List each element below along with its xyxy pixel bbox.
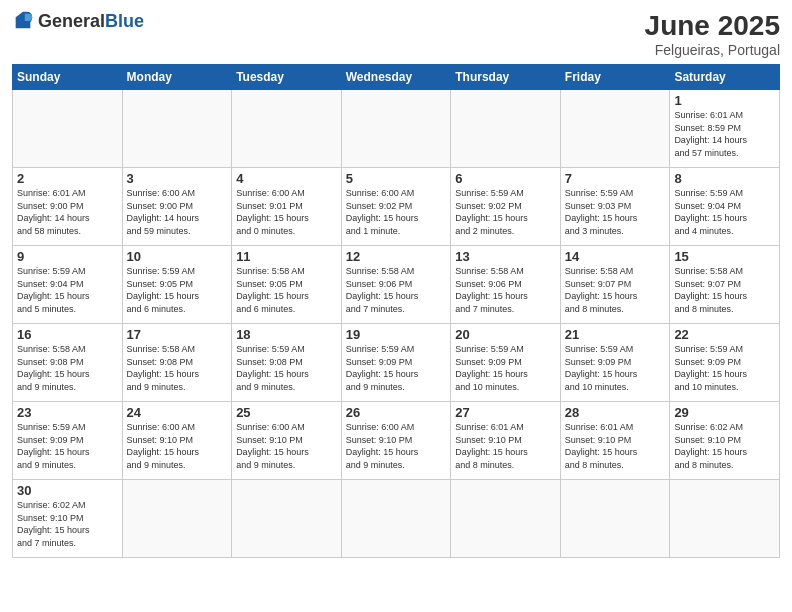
calendar-row: 16Sunrise: 5:58 AM Sunset: 9:08 PM Dayli… — [13, 324, 780, 402]
day-number: 6 — [455, 171, 556, 186]
day-number: 28 — [565, 405, 666, 420]
logo-general: General — [38, 11, 105, 31]
title-area: June 2025 Felgueiras, Portugal — [645, 10, 780, 58]
day-number: 7 — [565, 171, 666, 186]
day-info: Sunrise: 5:59 AM Sunset: 9:09 PM Dayligh… — [346, 343, 447, 393]
table-row — [341, 480, 451, 558]
table-row — [13, 90, 123, 168]
day-info: Sunrise: 6:01 AM Sunset: 9:00 PM Dayligh… — [17, 187, 118, 237]
logo-icon — [12, 10, 34, 32]
day-number: 22 — [674, 327, 775, 342]
table-row: 22Sunrise: 5:59 AM Sunset: 9:09 PM Dayli… — [670, 324, 780, 402]
day-info: Sunrise: 6:00 AM Sunset: 9:10 PM Dayligh… — [236, 421, 337, 471]
day-number: 11 — [236, 249, 337, 264]
day-info: Sunrise: 6:01 AM Sunset: 9:10 PM Dayligh… — [455, 421, 556, 471]
table-row: 19Sunrise: 5:59 AM Sunset: 9:09 PM Dayli… — [341, 324, 451, 402]
day-info: Sunrise: 5:58 AM Sunset: 9:08 PM Dayligh… — [127, 343, 228, 393]
table-row: 5Sunrise: 6:00 AM Sunset: 9:02 PM Daylig… — [341, 168, 451, 246]
day-info: Sunrise: 5:59 AM Sunset: 9:02 PM Dayligh… — [455, 187, 556, 237]
day-number: 17 — [127, 327, 228, 342]
table-row — [232, 90, 342, 168]
table-row: 24Sunrise: 6:00 AM Sunset: 9:10 PM Dayli… — [122, 402, 232, 480]
header-monday: Monday — [122, 65, 232, 90]
table-row: 3Sunrise: 6:00 AM Sunset: 9:00 PM Daylig… — [122, 168, 232, 246]
day-number: 5 — [346, 171, 447, 186]
header-sunday: Sunday — [13, 65, 123, 90]
table-row: 28Sunrise: 6:01 AM Sunset: 9:10 PM Dayli… — [560, 402, 670, 480]
table-row: 12Sunrise: 5:58 AM Sunset: 9:06 PM Dayli… — [341, 246, 451, 324]
day-info: Sunrise: 5:59 AM Sunset: 9:09 PM Dayligh… — [17, 421, 118, 471]
day-info: Sunrise: 6:00 AM Sunset: 9:10 PM Dayligh… — [127, 421, 228, 471]
table-row: 7Sunrise: 5:59 AM Sunset: 9:03 PM Daylig… — [560, 168, 670, 246]
calendar-row: 9Sunrise: 5:59 AM Sunset: 9:04 PM Daylig… — [13, 246, 780, 324]
day-number: 24 — [127, 405, 228, 420]
day-info: Sunrise: 5:58 AM Sunset: 9:07 PM Dayligh… — [565, 265, 666, 315]
day-number: 16 — [17, 327, 118, 342]
table-row: 2Sunrise: 6:01 AM Sunset: 9:00 PM Daylig… — [13, 168, 123, 246]
table-row: 9Sunrise: 5:59 AM Sunset: 9:04 PM Daylig… — [13, 246, 123, 324]
day-info: Sunrise: 5:59 AM Sunset: 9:09 PM Dayligh… — [455, 343, 556, 393]
day-number: 21 — [565, 327, 666, 342]
day-info: Sunrise: 5:59 AM Sunset: 9:08 PM Dayligh… — [236, 343, 337, 393]
table-row: 26Sunrise: 6:00 AM Sunset: 9:10 PM Dayli… — [341, 402, 451, 480]
day-number: 1 — [674, 93, 775, 108]
day-info: Sunrise: 5:58 AM Sunset: 9:05 PM Dayligh… — [236, 265, 337, 315]
header-thursday: Thursday — [451, 65, 561, 90]
table-row: 14Sunrise: 5:58 AM Sunset: 9:07 PM Dayli… — [560, 246, 670, 324]
day-info: Sunrise: 6:02 AM Sunset: 9:10 PM Dayligh… — [17, 499, 118, 549]
day-info: Sunrise: 5:59 AM Sunset: 9:03 PM Dayligh… — [565, 187, 666, 237]
day-info: Sunrise: 6:00 AM Sunset: 9:10 PM Dayligh… — [346, 421, 447, 471]
day-info: Sunrise: 5:59 AM Sunset: 9:09 PM Dayligh… — [565, 343, 666, 393]
table-row: 17Sunrise: 5:58 AM Sunset: 9:08 PM Dayli… — [122, 324, 232, 402]
table-row: 29Sunrise: 6:02 AM Sunset: 9:10 PM Dayli… — [670, 402, 780, 480]
table-row: 20Sunrise: 5:59 AM Sunset: 9:09 PM Dayli… — [451, 324, 561, 402]
logo-text: GeneralBlue — [38, 11, 144, 32]
calendar-row: 2Sunrise: 6:01 AM Sunset: 9:00 PM Daylig… — [13, 168, 780, 246]
day-info: Sunrise: 6:01 AM Sunset: 9:10 PM Dayligh… — [565, 421, 666, 471]
day-number: 9 — [17, 249, 118, 264]
location: Felgueiras, Portugal — [645, 42, 780, 58]
day-info: Sunrise: 5:58 AM Sunset: 9:07 PM Dayligh… — [674, 265, 775, 315]
day-number: 26 — [346, 405, 447, 420]
table-row — [451, 480, 561, 558]
logo: GeneralBlue — [12, 10, 144, 32]
header-saturday: Saturday — [670, 65, 780, 90]
day-number: 14 — [565, 249, 666, 264]
day-info: Sunrise: 6:00 AM Sunset: 9:02 PM Dayligh… — [346, 187, 447, 237]
table-row: 27Sunrise: 6:01 AM Sunset: 9:10 PM Dayli… — [451, 402, 561, 480]
table-row — [560, 90, 670, 168]
table-row: 11Sunrise: 5:58 AM Sunset: 9:05 PM Dayli… — [232, 246, 342, 324]
header: GeneralBlue June 2025 Felgueiras, Portug… — [12, 10, 780, 58]
calendar-row: 30Sunrise: 6:02 AM Sunset: 9:10 PM Dayli… — [13, 480, 780, 558]
day-info: Sunrise: 5:58 AM Sunset: 9:08 PM Dayligh… — [17, 343, 118, 393]
table-row: 1Sunrise: 6:01 AM Sunset: 8:59 PM Daylig… — [670, 90, 780, 168]
day-info: Sunrise: 6:02 AM Sunset: 9:10 PM Dayligh… — [674, 421, 775, 471]
header-friday: Friday — [560, 65, 670, 90]
day-number: 2 — [17, 171, 118, 186]
table-row: 23Sunrise: 5:59 AM Sunset: 9:09 PM Dayli… — [13, 402, 123, 480]
calendar-row: 1Sunrise: 6:01 AM Sunset: 8:59 PM Daylig… — [13, 90, 780, 168]
day-number: 18 — [236, 327, 337, 342]
day-number: 20 — [455, 327, 556, 342]
calendar-table: Sunday Monday Tuesday Wednesday Thursday… — [12, 64, 780, 558]
main-container: GeneralBlue June 2025 Felgueiras, Portug… — [0, 0, 792, 568]
table-row: 15Sunrise: 5:58 AM Sunset: 9:07 PM Dayli… — [670, 246, 780, 324]
day-number: 13 — [455, 249, 556, 264]
day-info: Sunrise: 5:59 AM Sunset: 9:04 PM Dayligh… — [17, 265, 118, 315]
day-number: 23 — [17, 405, 118, 420]
day-number: 3 — [127, 171, 228, 186]
table-row — [122, 480, 232, 558]
table-row: 25Sunrise: 6:00 AM Sunset: 9:10 PM Dayli… — [232, 402, 342, 480]
table-row — [670, 480, 780, 558]
day-info: Sunrise: 6:00 AM Sunset: 9:01 PM Dayligh… — [236, 187, 337, 237]
table-row — [451, 90, 561, 168]
day-info: Sunrise: 5:58 AM Sunset: 9:06 PM Dayligh… — [346, 265, 447, 315]
table-row: 4Sunrise: 6:00 AM Sunset: 9:01 PM Daylig… — [232, 168, 342, 246]
month-title: June 2025 — [645, 10, 780, 42]
day-number: 12 — [346, 249, 447, 264]
table-row: 18Sunrise: 5:59 AM Sunset: 9:08 PM Dayli… — [232, 324, 342, 402]
table-row: 16Sunrise: 5:58 AM Sunset: 9:08 PM Dayli… — [13, 324, 123, 402]
day-info: Sunrise: 5:59 AM Sunset: 9:04 PM Dayligh… — [674, 187, 775, 237]
day-info: Sunrise: 5:58 AM Sunset: 9:06 PM Dayligh… — [455, 265, 556, 315]
day-number: 25 — [236, 405, 337, 420]
